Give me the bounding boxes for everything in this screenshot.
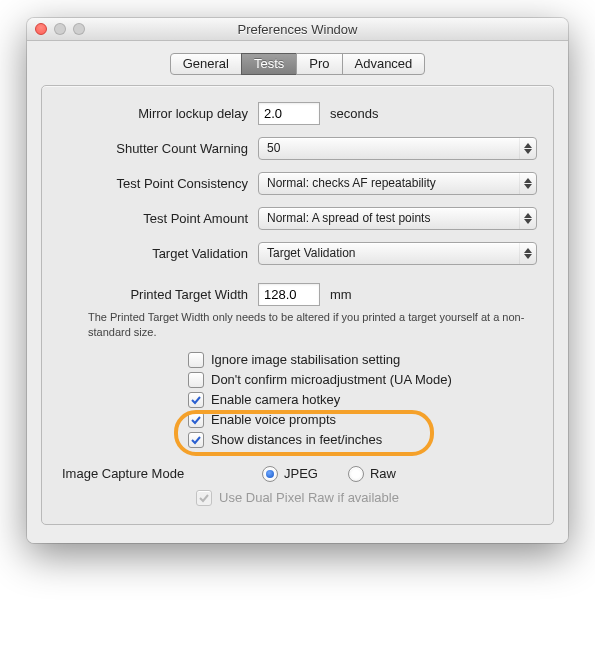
close-icon[interactable] [35, 23, 47, 35]
preferences-window: Preferences Window General Tests Pro Adv… [27, 18, 568, 543]
printed-width-note: The Printed Target Width only needs to b… [88, 310, 528, 340]
popup-target-validation-value: Target Validation [267, 246, 356, 260]
check-enable-hotkey[interactable]: Enable camera hotkey [188, 392, 537, 408]
radio-label: Raw [370, 466, 396, 481]
checkbox-group: Ignore image stabilisation setting Don't… [188, 352, 537, 448]
minimize-icon[interactable] [54, 23, 66, 35]
label-mirror-lockup: Mirror lockup delay [58, 106, 258, 121]
check-label: Show distances in feet/inches [211, 432, 382, 447]
row-dual-pixel: Use Dual Pixel Raw if available [58, 490, 537, 510]
popup-consistency-value: Normal: checks AF repeatability [267, 176, 436, 190]
tab-pro[interactable]: Pro [296, 53, 342, 75]
check-label: Enable voice prompts [211, 412, 336, 427]
window-title: Preferences Window [27, 22, 568, 37]
popup-shutter-warning[interactable]: 50 [258, 137, 537, 160]
input-printed-width[interactable] [258, 283, 320, 306]
popup-amount[interactable]: Normal: A spread of test points [258, 207, 537, 230]
label-capture-mode: Image Capture Mode [58, 466, 262, 481]
stepper-arrows-icon [519, 138, 536, 159]
stepper-arrows-icon [519, 208, 536, 229]
checkbox-icon [188, 352, 204, 368]
row-amount: Test Point Amount Normal: A spread of te… [58, 207, 537, 230]
window-controls [35, 23, 85, 35]
tab-tests[interactable]: Tests [241, 53, 297, 75]
row-target-validation: Target Validation Target Validation [58, 242, 537, 265]
label-amount: Test Point Amount [58, 211, 258, 226]
radio-icon [348, 466, 364, 482]
check-ignore-stabilisation[interactable]: Ignore image stabilisation setting [188, 352, 537, 368]
label-shutter-warning: Shutter Count Warning [58, 141, 258, 156]
radio-label: JPEG [284, 466, 318, 481]
unit-mm: mm [330, 287, 352, 302]
check-label: Ignore image stabilisation setting [211, 352, 400, 367]
check-dont-confirm[interactable]: Don't confirm microadjustment (UA Mode) [188, 372, 537, 388]
row-consistency: Test Point Consistency Normal: checks AF… [58, 172, 537, 195]
popup-consistency[interactable]: Normal: checks AF repeatability [258, 172, 537, 195]
label-printed-width: Printed Target Width [58, 287, 258, 302]
checkbox-icon [196, 490, 212, 506]
check-label: Enable camera hotkey [211, 392, 340, 407]
zoom-icon[interactable] [73, 23, 85, 35]
popup-amount-value: Normal: A spread of test points [267, 211, 430, 225]
popup-target-validation[interactable]: Target Validation [258, 242, 537, 265]
tests-panel: Mirror lockup delay seconds Shutter Coun… [41, 85, 554, 525]
input-mirror-lockup[interactable] [258, 102, 320, 125]
checkbox-icon [188, 432, 204, 448]
label-target-validation: Target Validation [58, 246, 258, 261]
row-shutter-warning: Shutter Count Warning 50 [58, 137, 537, 160]
radio-raw[interactable]: Raw [348, 466, 396, 482]
row-capture-mode: Image Capture Mode JPEG Raw [58, 466, 537, 482]
checkbox-icon [188, 412, 204, 428]
tab-general[interactable]: General [170, 53, 242, 75]
check-label: Use Dual Pixel Raw if available [219, 490, 399, 505]
row-printed-width: Printed Target Width mm [58, 283, 537, 306]
popup-shutter-warning-value: 50 [267, 141, 280, 155]
tabs: General Tests Pro Advanced [41, 53, 554, 75]
radio-icon [262, 466, 278, 482]
label-consistency: Test Point Consistency [58, 176, 258, 191]
checkbox-icon [188, 372, 204, 388]
check-label: Don't confirm microadjustment (UA Mode) [211, 372, 452, 387]
stepper-arrows-icon [519, 243, 536, 264]
radio-jpeg[interactable]: JPEG [262, 466, 318, 482]
checkbox-icon [188, 392, 204, 408]
tab-advanced[interactable]: Advanced [342, 53, 426, 75]
check-feet-inches[interactable]: Show distances in feet/inches [188, 432, 537, 448]
row-mirror-lockup: Mirror lockup delay seconds [58, 102, 537, 125]
titlebar: Preferences Window [27, 18, 568, 41]
check-dual-pixel: Use Dual Pixel Raw if available [196, 490, 399, 506]
check-enable-voice[interactable]: Enable voice prompts [188, 412, 537, 428]
content: General Tests Pro Advanced Mirror lockup… [27, 41, 568, 543]
unit-seconds: seconds [330, 106, 378, 121]
stepper-arrows-icon [519, 173, 536, 194]
